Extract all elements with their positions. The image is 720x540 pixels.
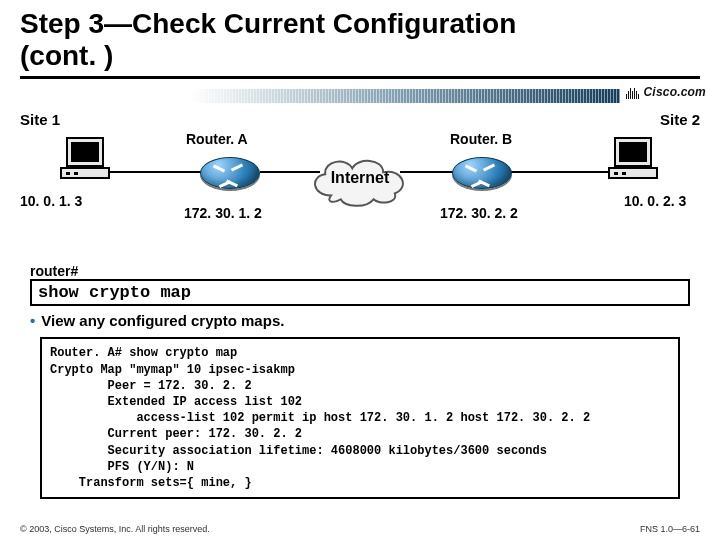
network-diagram: Site 1 Site 2 Router. A Router. B Intern… <box>20 109 700 259</box>
site2-label: Site 2 <box>660 111 700 128</box>
command-text: show crypto map <box>38 283 191 302</box>
brand-text: Cisco.com <box>644 85 707 99</box>
title-line-2: (cont. ) <box>20 40 113 71</box>
ip-pc-right: 10. 0. 2. 3 <box>624 193 686 209</box>
router-a-icon <box>200 157 260 189</box>
bullet-dot-icon: • <box>30 312 35 329</box>
ip-pc-left: 10. 0. 1. 3 <box>20 193 82 209</box>
internet-cloud-icon: Internet <box>301 153 419 207</box>
ip-router-a-wan: 172. 30. 1. 2 <box>184 205 262 221</box>
title-underline <box>20 76 700 79</box>
router-b-icon <box>452 157 512 189</box>
slide-title: Step 3—Check Current Configuration (cont… <box>0 0 720 74</box>
brand-bar: Cisco.com <box>0 85 720 107</box>
footer: © 2003, Cisco Systems, Inc. All rights r… <box>20 524 700 534</box>
cisco-logo: Cisco.com <box>626 85 707 99</box>
bullet-line: •View any configured crypto maps. <box>30 312 690 329</box>
brand-gradient <box>190 89 620 103</box>
cli-output-box: Router. A# show crypto map Crypto Map "m… <box>40 337 680 499</box>
cisco-bars-icon <box>626 85 640 99</box>
title-line-1: Step 3—Check Current Configuration <box>20 8 516 39</box>
router-a-label: Router. A <box>186 131 248 147</box>
command-box: show crypto map <box>30 279 690 306</box>
bullet-text: View any configured crypto maps. <box>41 312 284 329</box>
cli-output-text: Router. A# show crypto map Crypto Map "m… <box>50 346 590 490</box>
ip-router-b-wan: 172. 30. 2. 2 <box>440 205 518 221</box>
slide-number: FNS 1.0—6-61 <box>640 524 700 534</box>
router-prompt: router# <box>30 263 690 279</box>
site1-label: Site 1 <box>20 111 60 128</box>
router-b-label: Router. B <box>450 131 512 147</box>
copyright: © 2003, Cisco Systems, Inc. All rights r… <box>20 524 210 534</box>
internet-label: Internet <box>301 169 419 187</box>
pc-site1-icon <box>60 137 116 187</box>
pc-site2-icon <box>608 137 664 187</box>
